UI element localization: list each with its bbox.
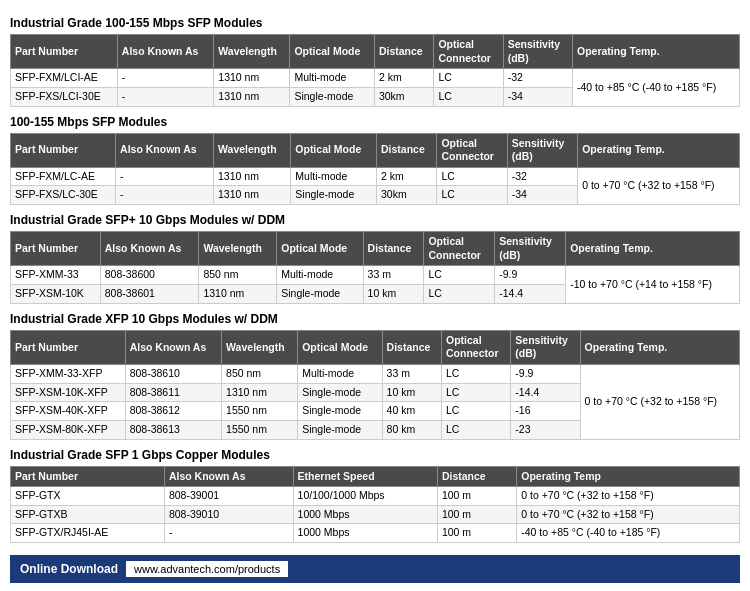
col-header: Operating Temp xyxy=(517,466,740,487)
col-header: OpticalConnector xyxy=(424,232,495,266)
table-cell: LC xyxy=(442,383,511,402)
table-cell: -32 xyxy=(507,167,577,186)
col-header: Part Number xyxy=(11,466,165,487)
table-row: SFP-GTX808-3900110/100/1000 Mbps100 m0 t… xyxy=(11,487,740,506)
table-row: SFP-GTX/RJ45I-AE-1000 Mbps100 m-40 to +8… xyxy=(11,524,740,543)
table-cell: SFP-GTX xyxy=(11,487,165,506)
col-header: Operating Temp. xyxy=(566,232,740,266)
table-cell: 808-38613 xyxy=(125,420,221,439)
table-cell: 1310 nm xyxy=(214,87,290,106)
table-cell: SFP-XMM-33 xyxy=(11,266,101,285)
table-cell: 1310 nm xyxy=(214,186,291,205)
table-cell: - xyxy=(117,69,214,88)
table-cell: SFP-FXM/LC-AE xyxy=(11,167,116,186)
table-cell: SFP-GTXB xyxy=(11,505,165,524)
table-cell: SFP-GTX/RJ45I-AE xyxy=(11,524,165,543)
col-header: Optical Mode xyxy=(277,232,363,266)
table-cell: LC xyxy=(437,186,507,205)
table-cell: Single-mode xyxy=(291,186,377,205)
col-header: OpticalConnector xyxy=(442,330,511,364)
table-cell: -40 to +85 °C (-40 to +185 °F) xyxy=(517,524,740,543)
table-cell: SFP-XMM-33-XFP xyxy=(11,364,126,383)
table-cell: 30km xyxy=(377,186,437,205)
table-cell: 808-38601 xyxy=(100,285,199,304)
table-section-sfp-plus-10g: Part NumberAlso Known AsWavelengthOptica… xyxy=(10,231,740,304)
table-cell: -10 to +70 °C (+14 to +158 °F) xyxy=(566,266,740,303)
col-header: Also Known As xyxy=(100,232,199,266)
table-cell: 1550 nm xyxy=(222,402,298,421)
table-row: SFP-XMM-33-XFP808-38610850 nmMulti-mode3… xyxy=(11,364,740,383)
table-cell: 1550 nm xyxy=(222,420,298,439)
table-cell: 33 m xyxy=(363,266,424,285)
table-cell: 808-38610 xyxy=(125,364,221,383)
table-row: SFP-FXM/LC-AE-1310 nmMulti-mode2 kmLC-32… xyxy=(11,167,740,186)
footer-bar: Online Download www.advantech.com/produc… xyxy=(10,555,740,583)
table-cell: -14.4 xyxy=(495,285,566,304)
section-title-section-sfp-100-155-ae: Industrial Grade 100-155 Mbps SFP Module… xyxy=(10,16,740,30)
table-cell: - xyxy=(164,524,293,543)
table-cell: SFP-XSM-10K xyxy=(11,285,101,304)
col-header: Part Number xyxy=(11,133,116,167)
col-header: Wavelength xyxy=(214,35,290,69)
table-cell: 1310 nm xyxy=(222,383,298,402)
table-cell: -9.9 xyxy=(495,266,566,285)
footer-label: Online Download xyxy=(20,562,118,576)
table-cell: 10 km xyxy=(363,285,424,304)
footer-url: www.advantech.com/products xyxy=(126,561,288,577)
table-cell: LC xyxy=(424,285,495,304)
table-cell: 850 nm xyxy=(222,364,298,383)
col-header: Wavelength xyxy=(199,232,277,266)
table-cell: 808-38600 xyxy=(100,266,199,285)
table-cell: 40 km xyxy=(382,402,441,421)
col-header: Operating Temp. xyxy=(578,133,740,167)
table-cell: Single-mode xyxy=(298,402,382,421)
table-cell: 100 m xyxy=(437,505,516,524)
table-cell: - xyxy=(117,87,214,106)
section-title-section-sfp-1g-copper: Industrial Grade SFP 1 Gbps Copper Modul… xyxy=(10,448,740,462)
table-cell: 1000 Mbps xyxy=(293,505,437,524)
table-cell: Multi-mode xyxy=(290,69,374,88)
table-cell: LC xyxy=(424,266,495,285)
table-cell: 30km xyxy=(374,87,433,106)
table-cell: -14.4 xyxy=(511,383,580,402)
col-header: Also Known As xyxy=(125,330,221,364)
col-header: Sensitivity(dB) xyxy=(495,232,566,266)
table-cell: LC xyxy=(437,167,507,186)
table-cell: LC xyxy=(434,69,503,88)
col-header: Distance xyxy=(363,232,424,266)
table-cell: -9.9 xyxy=(511,364,580,383)
table-cell: -40 to +85 °C (-40 to +185 °F) xyxy=(573,69,740,106)
col-header: Also Known As xyxy=(116,133,214,167)
col-header: Distance xyxy=(437,466,516,487)
section-title-section-xfp-10g: Industrial Grade XFP 10 Gbps Modules w/ … xyxy=(10,312,740,326)
table-cell: 1000 Mbps xyxy=(293,524,437,543)
table-cell: 80 km xyxy=(382,420,441,439)
table-cell: 0 to +70 °C (+32 to +158 °F) xyxy=(578,167,740,204)
table-section-sfp-100-155: Part NumberAlso Known AsWavelengthOptica… xyxy=(10,133,740,206)
table-cell: 808-38611 xyxy=(125,383,221,402)
table-cell: Single-mode xyxy=(298,383,382,402)
section-title-section-sfp-plus-10g: Industrial Grade SFP+ 10 Gbps Modules w/… xyxy=(10,213,740,227)
col-header: Operating Temp. xyxy=(573,35,740,69)
table-cell: Multi-mode xyxy=(277,266,363,285)
col-header: Sensitivity(dB) xyxy=(503,35,572,69)
col-header: Distance xyxy=(374,35,433,69)
table-cell: 0 to +70 °C (+32 to +158 °F) xyxy=(517,487,740,506)
table-cell: SFP-FXS/LC-30E xyxy=(11,186,116,205)
col-header: Optical Mode xyxy=(298,330,382,364)
section-title-section-sfp-100-155: 100-155 Mbps SFP Modules xyxy=(10,115,740,129)
table-cell: SFP-FXS/LCI-30E xyxy=(11,87,118,106)
table-cell: 10 km xyxy=(382,383,441,402)
col-header: Operating Temp. xyxy=(580,330,739,364)
table-cell: -16 xyxy=(511,402,580,421)
table-row: SFP-FXM/LCI-AE-1310 nmMulti-mode2 kmLC-3… xyxy=(11,69,740,88)
col-header: Part Number xyxy=(11,35,118,69)
col-header: Ethernet Speed xyxy=(293,466,437,487)
table-cell: 2 km xyxy=(377,167,437,186)
col-header: Sensitivity(dB) xyxy=(507,133,577,167)
col-header: Optical Mode xyxy=(290,35,374,69)
table-cell: 0 to +70 °C (+32 to +158 °F) xyxy=(580,364,739,439)
table-cell: LC xyxy=(442,364,511,383)
table-cell: SFP-XSM-40K-XFP xyxy=(11,402,126,421)
table-cell: 33 m xyxy=(382,364,441,383)
